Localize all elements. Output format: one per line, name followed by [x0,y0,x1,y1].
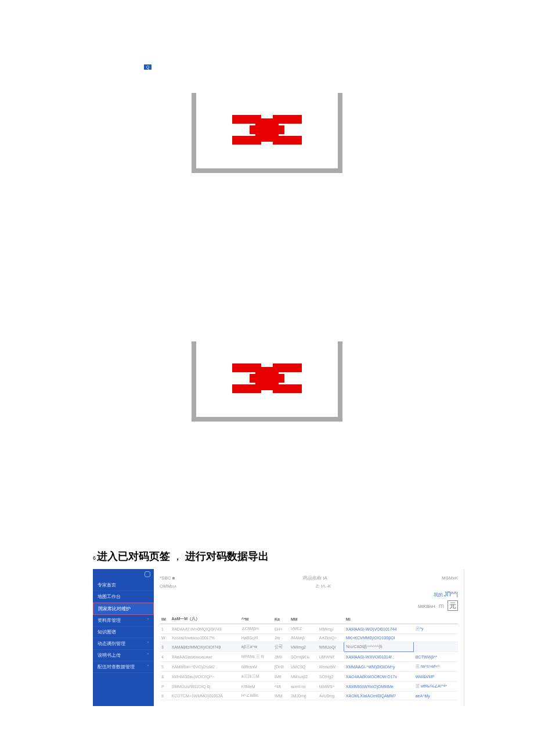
cell: KflMeM [240,682,273,692]
cell: W [160,634,170,642]
sidebar-item-label: 地图工作台 [98,593,121,600]
sidebar-item-label: 资料库管理 [98,617,121,624]
cell: AvU0mg. [317,692,344,700]
cell: XAaAAGlaseiwoaoaw/ [170,652,240,662]
filter-row-2: OMMβ)A Z: IΛ -K [160,584,458,589]
cell: VMCSQ [289,662,317,672]
cell: EH+ [273,624,289,634]
column-header: ^*M [240,614,273,624]
red-x-shape [212,103,322,156]
cell: /MAknβ [289,634,317,642]
cell: [DHIt [273,662,289,672]
table-row[interactable]: 3XAMA8ifzIMMOX)IOlOf749aβ三a^w公司VMImg2WMU… [160,642,458,652]
cell: JMII [273,652,289,662]
sidebar: 专家首页地图工作台国家库比对维护资料库管理˅知识图谱动态调剂管理˅说明书上传˅配… [93,569,154,706]
sidebar-item-0[interactable]: 专家首页 [93,579,154,591]
cell: XAMAAGI-WO)VOl0101744 [344,624,414,634]
sidebar-item-3[interactable]: 资料库管理˅ [93,615,154,627]
column-header: Ka [273,614,289,624]
cell: HaBSoXI [240,634,273,642]
cell: MfflranM [240,662,273,672]
cell: IMft [273,672,289,682]
cell: aβ三a^w [240,642,273,652]
top-badge: Q [144,64,151,70]
cell: XAO4AA6KWOOflOW:O17v [344,672,414,682]
cell: H^∠IaBe. [240,692,273,700]
table-row[interactable]: &XMHMG0zo)VOIO!QI*~a三踔三MIMftMM¾nβZSOlHg2… [160,672,458,682]
svg-rect-5 [255,118,279,142]
sidebar-item-5[interactable]: 动态调剂管理˅ [93,638,154,650]
cell: P [160,682,170,692]
cell: WW&VMP [414,672,458,682]
cell: WMUoQ/ [317,642,344,652]
cell: XAMA8ifzIMMOX)IOlOf749 [170,642,240,652]
cell: IMM [273,692,289,700]
stat-row: MtKBnH m 元 [160,600,458,611]
cell: 1 [160,624,170,634]
sidebar-item-label: 配伍对查数据管理 [98,664,135,670]
column-header: MM [289,614,317,624]
table-row[interactable]: 8KCOTCM>1WMMO)01002AH^∠IaBe.IMM2MJ0mgAvU… [160,692,458,700]
sidebar-item-4[interactable]: 知识图谱 [93,627,154,638]
main-panel: *SBC ■ 药品名称 IA MSMxK OMMβ)A Z: IΛ -K 我的 … [154,569,464,706]
cell [414,634,458,642]
cell [414,642,458,652]
cell: 三^y [414,624,458,634]
column-header [414,614,458,624]
cell: BCTWWβ^* [414,652,458,662]
cell: MK>KCVMM0)IOIO100βOI [344,634,414,642]
table-row[interactable]: 1XAD4AAT:IM>0MQIQI9l749∠CflMβmEH+VMEZ⁻MM… [160,624,458,634]
cell: ∠CflMβm [240,624,273,634]
cell: 三 rw^s>wf<^ [414,662,458,672]
cell: ^Mt [273,682,289,692]
cell: XAD4AAT:IM>0MQIQI9l749 [170,624,240,634]
cell: ArtZknQ> [317,634,344,642]
chevron-down-icon: ˅ [147,618,149,623]
chevron-down-icon: ˅ [147,653,149,658]
cell: KCOTCM>1WMMO)01002A [170,692,240,700]
cell: XMMAAGI-^WM)0IOIOM^y [344,662,414,672]
cell: XMHMG0zo)VOIO!QI*~ [170,672,240,682]
cell: SOlHg2 [317,672,344,682]
svg-rect-11 [255,367,279,390]
cell: 三 wti‰!¾∠A!⁶⁴ᵃ [414,682,458,692]
sidebar-item-label: 动态调剂管理 [98,640,125,647]
chevron-down-icon: ˅ [147,665,149,669]
table-row[interactable]: 5XAMM6w<^0VO)O!oM2 .MfflranM[DHItVMCSQWm… [160,662,458,672]
cell: XAOMLXIaIAOmI0IQAMM7 [344,692,414,700]
cell: a三踔三M [240,672,273,682]
table-row[interactable]: WXzozai/bwawoo10017%HaBSoXIJm/MAknβArtZk… [160,634,458,642]
cell: Jm [273,634,289,642]
table-row[interactable]: PSMMGUsIW0JOIQ 0|KflMeM^Mtaomt>mMMWS^XAM… [160,682,458,692]
cell: aeA^My [414,692,458,700]
column-header [317,614,344,624]
app-shell: 专家首页地图工作台国家库比对维护资料库管理˅知识图谱动态调剂管理˅说明书上传˅配… [93,569,464,706]
table-row[interactable]: 4XAaAAGlaseiwoaoaw/MRMra 三 NJMIISOmtβK¾U… [160,652,458,662]
cell: VMImg2 [289,642,317,652]
cell: Xzozai/bwawoo10017% [170,634,240,642]
cell: 8 [160,692,170,700]
chevron-down-icon: ˅ [147,642,149,646]
cell: & [160,672,170,682]
sidebar-item-label: 知识图谱 [98,629,116,635]
filter-row-1: *SBC ■ 药品名称 IA MSMxK [160,575,458,581]
section-heading: 6进入已对码页签，进行对码数据导出 [93,549,441,563]
cell: 公司 [273,642,289,652]
sidebar-item-2[interactable]: 国家库比对维护 [93,603,154,615]
sidebar-item-7[interactable]: 配伍对查数据管理˅ [93,661,154,673]
figure-card-2 [192,341,342,422]
cell: SOmtβK¾ [289,652,317,662]
unit-box: 元 [448,600,458,611]
cell: VMEZ⁻ [289,624,317,634]
sidebar-item-1[interactable]: 地图工作台 [93,591,154,603]
sidebar-item-label: 说明书上传 [98,652,121,658]
cell: XAMM6w<^0VO)O!oM2 . [170,662,240,672]
cell: Nro/CA0I易^^^^^^拆 [344,642,414,652]
cell: 4 [160,652,170,662]
sidebar-item-label: 国家库比对维护 [98,606,131,612]
right-meta: 我的 JΠ^^| [160,591,458,598]
search-icon[interactable] [145,571,150,577]
sidebar-item-6[interactable]: 说明书上传˅ [93,650,154,661]
cell: 5 [160,662,170,672]
column-header: AaM一M（八） [170,614,240,624]
